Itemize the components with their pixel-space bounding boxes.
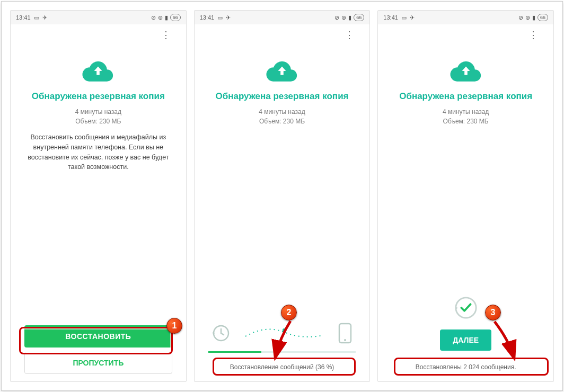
battery-indicator: 66 <box>170 14 181 21</box>
chat-icon: ▭ <box>401 14 407 21</box>
status-time: 13:41 <box>383 14 398 21</box>
backup-found-heading: Обнаружена резервная копия <box>32 91 165 102</box>
skip-button[interactable]: ПРОПУСТИТЬ <box>24 352 172 374</box>
telegram-icon: ✈ <box>226 14 231 21</box>
telegram-icon: ✈ <box>42 14 47 21</box>
signal-icon: ▮ <box>165 14 168 21</box>
history-icon <box>212 324 231 343</box>
phone-screen-1: 13:41 ▭ ✈ ⊘ ⊚ ▮ 66 ⋮ Обнаружена резервна… <box>10 10 187 382</box>
dnd-icon: ⊘ <box>151 14 156 21</box>
chat-icon: ▭ <box>217 14 223 21</box>
restore-complete-icon <box>454 296 478 320</box>
cloud-upload-icon <box>82 59 114 82</box>
backup-time: 4 минуты назад <box>443 107 489 117</box>
progress-illustration <box>208 323 356 344</box>
next-button[interactable]: ДАЛЕЕ <box>440 329 491 351</box>
svg-point-1 <box>283 328 286 332</box>
phone-screen-2: 13:41 ▭ ✈ ⊘ ⊚ ▮ 66 ⋮ Обнаружена резервна… <box>194 10 371 382</box>
more-options-button[interactable]: ⋮ <box>527 29 540 41</box>
more-options-button[interactable]: ⋮ <box>160 29 172 41</box>
transfer-dots <box>244 327 324 340</box>
progress-bar <box>208 351 356 353</box>
restore-button[interactable]: ВОССТАНОВИТЬ <box>24 325 172 348</box>
wifi-icon: ⊚ <box>525 14 530 21</box>
status-bar: 13:41 ▭ ✈ ⊘ ⊚ ▮ 66 <box>195 11 370 24</box>
status-time: 13:41 <box>16 14 31 21</box>
backup-meta: 4 минуты назад Объем: 230 МБ <box>75 107 121 126</box>
more-options-button[interactable]: ⋮ <box>343 29 356 41</box>
battery-indicator: 66 <box>354 14 364 21</box>
backup-time: 4 минуты назад <box>259 107 305 117</box>
chat-icon: ▭ <box>34 14 39 21</box>
backup-found-heading: Обнаружена резервная копия <box>399 91 532 102</box>
signal-icon: ▮ <box>532 14 535 21</box>
cloud-upload-icon <box>266 59 298 82</box>
backup-meta: 4 минуты назад Объем: 230 МБ <box>259 107 305 126</box>
dnd-icon: ⊘ <box>518 14 523 21</box>
cloud-upload-icon <box>450 59 482 82</box>
telegram-icon: ✈ <box>410 14 415 21</box>
backup-size: Объем: 230 МБ <box>259 117 305 126</box>
signal-icon: ▮ <box>348 14 351 21</box>
backup-size: Объем: 230 МБ <box>443 117 489 126</box>
backup-found-heading: Обнаружена резервная копия <box>215 91 348 102</box>
phone-outline-icon <box>338 323 352 344</box>
battery-indicator: 66 <box>537 14 548 21</box>
wifi-icon: ⊚ <box>158 14 163 21</box>
phone-screen-3: 13:41 ▭ ✈ ⊘ ⊚ ▮ 66 ⋮ Обнаружена резервна… <box>377 10 554 382</box>
svg-point-3 <box>344 339 346 341</box>
progress-status-text: Восстановление сообщений (36 %) <box>230 360 334 374</box>
tutorial-frame: 13:41 ▭ ✈ ⊘ ⊚ ▮ 66 ⋮ Обнаружена резервна… <box>1 1 563 391</box>
status-bar: 13:41 ▭ ✈ ⊘ ⊚ ▮ 66 <box>378 11 553 24</box>
backup-size: Объем: 230 МБ <box>75 117 121 126</box>
progress-bar-fill <box>208 351 261 353</box>
status-bar: 13:41 ▭ ✈ ⊘ ⊚ ▮ 66 <box>11 11 186 24</box>
dnd-icon: ⊘ <box>334 14 339 21</box>
restore-description: Восстановить сообщения и медиафайлы из в… <box>24 132 172 172</box>
restore-complete-text: Восстановлены 2 024 сообщения. <box>416 360 516 374</box>
status-time: 13:41 <box>200 14 215 21</box>
wifi-icon: ⊚ <box>341 14 346 21</box>
backup-time: 4 минуты назад <box>75 107 121 117</box>
backup-meta: 4 минуты назад Объем: 230 МБ <box>443 107 489 126</box>
